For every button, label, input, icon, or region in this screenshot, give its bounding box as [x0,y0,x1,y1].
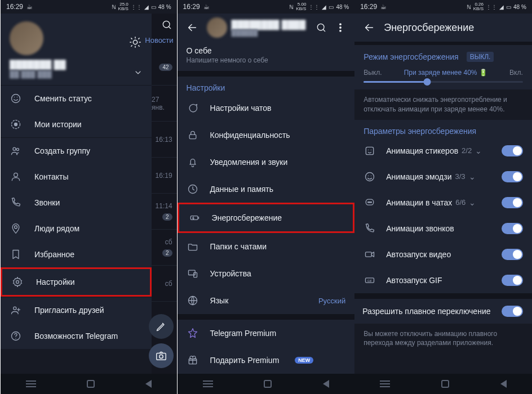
about-section[interactable]: О себе Напишите немного о себе [178,42,355,71]
search-icon[interactable] [312,17,331,38]
svg-point-15 [340,24,342,25]
nav-recent-icon[interactable] [203,383,213,384]
user-avatar[interactable] [10,21,43,55]
settings-item-gift[interactable]: Подарить PremiumNEW [178,347,355,374]
switch[interactable] [502,197,523,208]
compose-fab[interactable] [149,314,174,339]
toggle-autoplay-gif[interactable]: GIF Автозапуск GIF [354,267,532,293]
nav-recent-icon[interactable] [26,383,36,384]
nfc-icon: ℕ [112,4,116,10]
drawer-item-status[interactable]: Сменить статус [1,86,152,111]
drawer-item-settings[interactable]: Настройки [1,267,152,297]
drawer-item-nearby[interactable]: Люди рядом [1,216,152,241]
nav-back-icon[interactable] [323,380,329,388]
drawer-label: Контакты [34,172,68,181]
switch[interactable] [502,275,523,286]
settings-item-data[interactable]: Данные и память [178,176,355,203]
group-icon [10,145,22,157]
phone-icon [10,196,22,209]
news-tab[interactable]: Новости [152,36,177,50]
devices-icon [187,267,199,280]
toggle-emoji[interactable]: Анимация эмодзи 3/3 ⌄ [354,164,532,190]
chevron-down-icon[interactable] [134,68,143,79]
settings-item-devices[interactable]: Устройства [178,260,355,287]
wifi-icon: ⋮⋮ [131,4,142,10]
nav-home-icon[interactable] [441,380,449,388]
drawer-header[interactable]: ███████ ██ ██ ███ ███ [1,14,152,85]
drawer: ███████ ██ ██ ███ ███ Сменить статус Мои… [1,14,152,349]
back-button[interactable] [182,17,202,38]
settings-item-language[interactable]: ЯзыкРусский [178,287,355,314]
settings-item-privacy[interactable]: Конфиденциальность [178,122,355,149]
nav-back-icon[interactable] [145,380,152,388]
page-title: Энергосбережение [384,22,474,34]
drawer-item-invite[interactable]: Пригласить друзей [1,297,152,323]
settings-item-notifications[interactable]: Уведомления и звуки [178,149,355,176]
svg-rect-18 [189,135,196,139]
screen-power-saving: 16:29☕︎ ℕ0.26KB/S⋮⋮◢▭48 % Энергосбережен… [354,0,532,394]
toggle-call-anim[interactable]: Анимации звонков [354,216,532,241]
smile-icon [10,92,22,105]
chevron-down-icon: ⌄ [469,198,476,207]
switch[interactable] [502,306,523,317]
drawer-label: Избранное [34,250,74,259]
slider-off-label: Выкл. [363,69,382,77]
about-title: О себе [187,46,346,55]
profile-avatar[interactable] [207,17,227,38]
gif-icon: GIF [363,274,376,286]
switch[interactable] [502,171,523,182]
video-icon [363,248,376,261]
svg-point-29 [369,202,370,203]
battery-icon: ▭ [151,4,156,10]
switch[interactable] [502,223,523,234]
switch[interactable] [502,145,523,156]
settings-item-premium[interactable]: Telegram Premium [178,320,355,347]
toggle-stickers[interactable]: Анимация стикеров 2/2 ⌄ [354,138,532,164]
theme-toggle-icon[interactable] [127,34,144,51]
back-button[interactable] [359,17,379,38]
mode-status: ВЫКЛ. [467,52,494,62]
profile-name-block[interactable]: ████████ ██████████ [232,20,312,36]
more-icon[interactable] [331,17,350,38]
chevron-down-icon: ⌄ [475,146,482,155]
nav-home-icon[interactable] [87,380,95,388]
power-slider[interactable] [363,81,523,83]
drawer-label: Люди рядом [34,224,79,233]
drawer-item-new-group[interactable]: Создать группу [1,138,152,164]
slider-mid-label: При заряде менее 40% 🔋 [404,69,487,77]
params-header: Параметры энергосбережения [354,120,532,138]
settings-item-power[interactable]: Энергосбережение [178,203,355,233]
nav-recent-icon[interactable] [380,383,390,384]
drawer-item-stories[interactable]: Мои истории [1,111,152,137]
gear-icon [11,276,24,288]
coffee-icon: ☕︎ [26,3,33,11]
drawer-label: Пригласить друзей [34,306,104,315]
nav-home-icon[interactable] [264,380,272,388]
drawer-label: Мои истории [34,120,82,129]
user-phone: ██ ███ ███ [10,70,143,78]
drawer-item-saved[interactable]: Избранное [1,241,152,267]
drawer-item-contacts[interactable]: Контакты [1,164,152,190]
nav-back-icon[interactable] [500,380,507,388]
drawer-item-features[interactable]: Возможности Telegram [1,323,152,349]
toggle-chat-anim[interactable]: Анимации в чатах 6/6 ⌄ [354,190,532,216]
svg-rect-31 [366,252,372,256]
slider-on-label: Вкл. [509,69,523,77]
chat-anim-icon [363,196,376,209]
power-icon [188,212,201,224]
drawer-item-calls[interactable]: Звонки [1,190,152,216]
toggle-autoplay-video[interactable]: Автозапуск видео [354,241,532,267]
drawer-label: Настройки [36,277,75,286]
settings-item-chat[interactable]: Настройки чатов [178,95,355,122]
switch[interactable] [502,249,523,260]
globe-icon [187,294,199,307]
contact-icon [10,171,22,183]
new-badge: NEW [295,357,313,364]
lock-icon [187,129,199,141]
data-icon [187,183,199,195]
camera-fab[interactable] [149,343,174,368]
search-icon[interactable] [161,19,172,30]
settings-item-folders[interactable]: Папки с чатами [178,233,355,260]
toggle-smooth-transition[interactable]: Разрешить плавное переключение [354,299,532,324]
user-name: ███████ ██ [10,60,143,69]
